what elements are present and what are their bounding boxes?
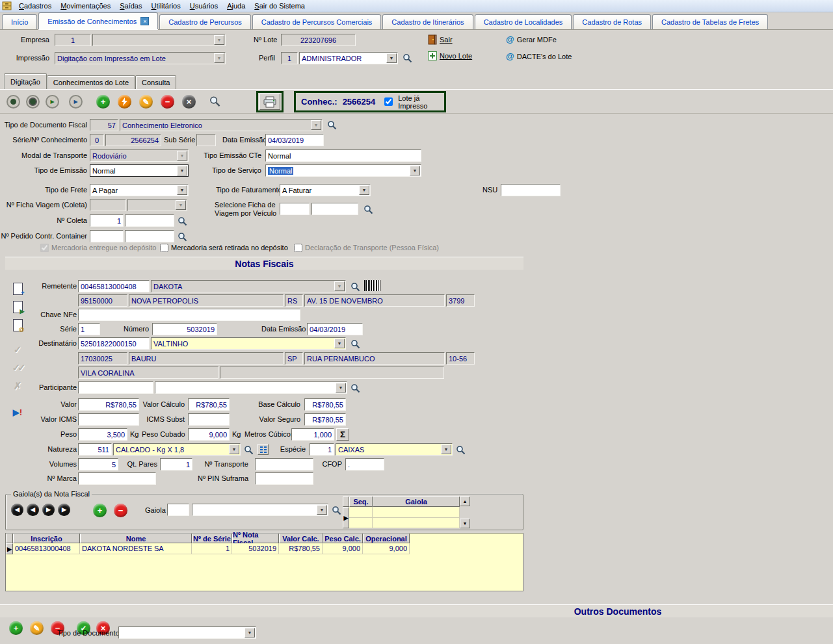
valor-calculo-field[interactable]: R$780,55 — [188, 398, 230, 411]
grid-cell-peso-calc[interactable]: 9,000 — [323, 543, 363, 554]
nf-import-button[interactable]: ▶ — [9, 298, 26, 315]
gaiola-combo[interactable]: ▼ — [192, 504, 328, 516]
grid-header-nota-fiscal[interactable]: Nº Nota Fiscal — [232, 534, 279, 543]
outros-add-button[interactable]: + — [9, 621, 23, 635]
grid-cell-nome[interactable]: DAKOTA NORDESTE SA — [80, 543, 192, 554]
nf-confirm-button[interactable]: ✓ — [9, 341, 26, 358]
especie-combo[interactable]: CAIXAS▼ — [336, 443, 453, 456]
subtab-consulta[interactable]: Consulta — [135, 75, 176, 89]
gaiola-grid-cell[interactable] — [349, 507, 373, 518]
ficha-veiculo-search-icon[interactable] — [363, 204, 374, 215]
scroll-down-icon[interactable]: ▼ — [460, 519, 470, 528]
tab-cadastro-de-percursos-comerciais[interactable]: Cadastro de Percursos Comerciais — [252, 14, 382, 29]
sair-button[interactable]: Sair — [428, 34, 453, 45]
nf-report-button[interactable]: @ — [9, 316, 26, 333]
participante-search-icon[interactable] — [350, 383, 361, 394]
pedido-container-field[interactable] — [90, 230, 124, 242]
chevron-down-icon[interactable]: ▼ — [177, 185, 187, 195]
peso-cubado-field[interactable]: 9,000 — [188, 428, 230, 441]
tipo-documento-search-icon[interactable] — [326, 120, 337, 131]
sigma-button[interactable]: Σ — [336, 428, 349, 441]
perfil-combo[interactable]: ADMINISTRADOR▼ — [299, 52, 398, 64]
chevron-down-icon[interactable]: ▼ — [229, 444, 239, 454]
gaiola-first-button[interactable]: ◀ — [11, 504, 23, 516]
gaiola-prior-button[interactable]: ◀ — [27, 504, 39, 516]
perfil-search-icon[interactable] — [402, 53, 413, 64]
grid-cell-nota-fiscal[interactable]: 5032019 — [232, 543, 279, 554]
ficha-veiculo-field-1[interactable] — [280, 203, 310, 215]
retirada-deposito-checkbox[interactable] — [160, 244, 168, 252]
nf-data-emissao-field[interactable]: 04/03/2019 — [307, 323, 363, 335]
menu-item-utilitarios[interactable]: Utilitários — [146, 1, 185, 11]
subtab-conhecimentos-do-lote[interactable]: Conhecimentos do Lote — [47, 75, 135, 89]
pedido-container-search-icon[interactable] — [177, 231, 188, 242]
grid-header-valor-calc[interactable]: Valor Calc. — [279, 534, 323, 543]
chevron-down-icon[interactable]: ▼ — [441, 444, 451, 454]
nf-transfer-button[interactable]: ▶! — [9, 404, 26, 420]
prior-record-button[interactable] — [26, 95, 40, 109]
chevron-down-icon[interactable]: ▼ — [245, 628, 255, 638]
chevron-down-icon[interactable]: ▼ — [334, 339, 345, 348]
gaiola-last-button[interactable]: ▶ — [58, 504, 70, 516]
especie-code-field[interactable]: 1 — [310, 443, 334, 456]
participante-combo[interactable]: ▼ — [155, 381, 347, 394]
chevron-down-icon[interactable]: ▼ — [386, 53, 397, 63]
delete-button[interactable]: − — [161, 95, 174, 109]
icms-subst-field[interactable] — [188, 413, 230, 426]
remetente-search-icon[interactable] — [350, 281, 361, 292]
natureza-grid-icon[interactable] — [258, 444, 269, 455]
participante-field[interactable] — [78, 381, 153, 394]
last-record-button[interactable]: ▶ — [69, 95, 83, 109]
chave-nfe-field[interactable] — [78, 309, 300, 321]
add-button[interactable]: + — [96, 95, 110, 109]
grid-cell-operacional[interactable]: 9,000 — [363, 543, 410, 554]
menu-item-sair-do-sistema[interactable]: Sair do Sistema — [250, 1, 310, 11]
destinatario-search-icon[interactable] — [350, 339, 361, 350]
tipo-emissao-cte-field[interactable]: Normal — [265, 149, 421, 162]
nf-confirm-all-button[interactable]: ✓✓ — [9, 359, 26, 376]
remetente-cnpj-field[interactable]: 00465813000408 — [78, 280, 150, 292]
ficha-veiculo-field-2[interactable] — [311, 203, 358, 215]
metros-cubicos-field[interactable]: 1,000 — [291, 428, 334, 441]
gaiola-add-button[interactable]: + — [93, 504, 107, 517]
tab-emissao-de-conhecimentos[interactable]: Emissão de Conhecimentos × — [38, 12, 158, 29]
tab-cadastro-de-percursos[interactable]: Cadastro de Percursos — [159, 14, 251, 29]
valor-icms-field[interactable] — [78, 413, 139, 426]
lote-impresso-checkbox[interactable] — [384, 97, 393, 106]
coleta-num-field[interactable]: 1 — [90, 214, 124, 227]
menu-item-ajuda[interactable]: Ajuda — [222, 1, 250, 11]
grid-header-peso-calc[interactable]: Peso Calc. — [323, 534, 363, 543]
chevron-down-icon[interactable]: ▼ — [336, 383, 346, 393]
volumes-field[interactable]: 5 — [78, 458, 118, 470]
tab-cadastro-de-tabelas-de-fretes[interactable]: Cadastro de Tabelas de Fretes — [652, 14, 768, 29]
peso-field[interactable]: 3,500 — [78, 428, 127, 441]
n-marca-field[interactable] — [78, 472, 156, 485]
edit-button[interactable]: ✎ — [139, 95, 153, 109]
data-emissao-field[interactable]: 04/03/2019 — [265, 134, 324, 146]
dacte-button[interactable]: @ DACTE's do Lote — [506, 51, 572, 61]
destinatario-combo[interactable]: VALTINHO▼ — [151, 337, 346, 350]
natureza-search-icon[interactable] — [243, 444, 254, 456]
chevron-down-icon[interactable]: ▼ — [410, 166, 420, 175]
gaiola-grid-cell[interactable] — [349, 518, 373, 528]
tab-inicio[interactable]: Início — [2, 14, 37, 29]
gaiola-grid-cell[interactable] — [373, 507, 460, 518]
especie-search-icon[interactable] — [455, 444, 466, 456]
close-icon[interactable]: × — [140, 17, 149, 25]
grid-header-inscricao[interactable]: Inscrição — [13, 534, 80, 543]
tipo-documento-outros-combo[interactable]: ▼ — [118, 626, 256, 639]
nsu-field[interactable] — [501, 184, 561, 196]
tipo-servico-combo[interactable]: Normal▼ — [265, 164, 421, 177]
nf-numero-field[interactable]: 5032019 — [152, 323, 217, 335]
grid-header-serie[interactable]: Nº de Série — [192, 534, 232, 543]
menu-item-cadastros[interactable]: Cadastros — [14, 1, 56, 11]
grid-cell-serie[interactable]: 1 — [192, 543, 232, 554]
base-calculo-field[interactable]: R$780,55 — [304, 398, 346, 411]
print-button[interactable] — [259, 94, 280, 110]
pin-suframa-field[interactable] — [255, 472, 313, 485]
natureza-code-field[interactable]: 511 — [78, 443, 112, 456]
tab-cadastro-de-rotas[interactable]: Cadastro de Rotas — [573, 14, 651, 29]
pedido-container-desc-field[interactable] — [125, 230, 174, 242]
natureza-combo[interactable]: CALCADO - Kg X 1,8▼ — [113, 443, 241, 456]
barcode-icon[interactable] — [364, 280, 380, 291]
